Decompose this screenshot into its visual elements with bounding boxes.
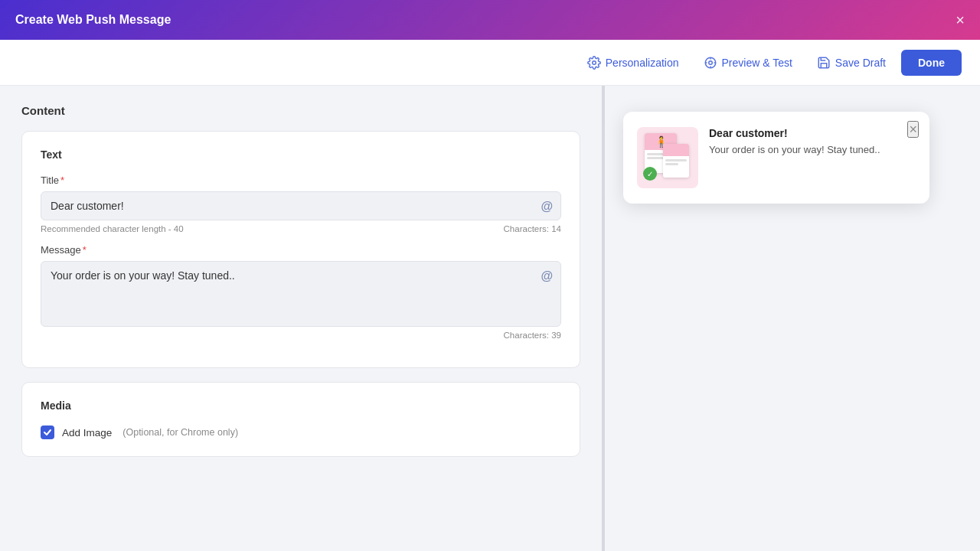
checkmark-icon <box>43 428 52 437</box>
svg-point-2 <box>708 60 712 64</box>
header-close-button[interactable]: × <box>956 12 965 28</box>
preview-test-button[interactable]: Preview & Test <box>694 50 802 76</box>
notification-message: Your order is on your way! Stay tuned.. <box>709 143 916 157</box>
title-chars: Characters: 14 <box>504 224 561 233</box>
save-icon <box>817 56 831 70</box>
main-layout: Content Text Title* @ Recommended charac… <box>0 86 980 551</box>
page-title: Create Web Push Message <box>15 13 171 27</box>
title-input-wrapper: @ <box>41 191 561 220</box>
add-image-checkbox[interactable] <box>41 425 54 439</box>
at-icon-message: @ <box>541 269 553 283</box>
preview-test-label: Preview & Test <box>722 57 792 69</box>
title-label: Title* <box>41 174 561 186</box>
message-meta: Characters: 39 <box>41 331 561 340</box>
message-chars: Characters: 39 <box>504 331 561 340</box>
notification-title: Dear customer! <box>709 127 916 139</box>
add-image-row: Add Image (Optional, for Chrome only) <box>41 425 561 439</box>
title-hint: Recommended character length - 40 <box>41 224 184 233</box>
notification-text: Dear customer! Your order is on your way… <box>709 127 916 157</box>
mini-card-2 <box>663 144 689 178</box>
message-label: Message* <box>41 244 561 256</box>
notification-image: 🧍 ✓ <box>637 127 698 188</box>
message-input-wrapper: Your order is on your way! Stay tuned.. … <box>41 261 561 327</box>
notification-preview-card: × 🧍 <box>623 112 929 204</box>
at-icon-title: @ <box>541 200 553 214</box>
gear-icon <box>587 56 601 70</box>
text-card-title: Text <box>41 148 561 161</box>
save-draft-label: Save Draft <box>835 57 886 69</box>
personalization-button[interactable]: Personalization <box>578 50 688 76</box>
content-heading: Content <box>21 104 580 117</box>
notification-close-button[interactable]: × <box>907 121 919 138</box>
preview-icon <box>704 56 717 70</box>
left-panel: Content Text Title* @ Recommended charac… <box>0 86 602 551</box>
mini-check-icon: ✓ <box>643 167 657 181</box>
toolbar: Personalization Preview & Test Save Draf… <box>0 40 980 86</box>
media-card: Media Add Image (Optional, for Chrome on… <box>21 382 580 457</box>
title-input[interactable] <box>41 192 560 220</box>
message-textarea[interactable]: Your order is on your way! Stay tuned.. <box>41 262 560 323</box>
right-panel: × 🧍 <box>605 86 980 551</box>
svg-point-0 <box>593 60 596 64</box>
add-image-optional: (Optional, for Chrome only) <box>122 427 238 438</box>
save-draft-button[interactable]: Save Draft <box>808 50 895 76</box>
add-image-label: Add Image <box>62 427 112 439</box>
header: Create Web Push Message × <box>0 0 980 40</box>
text-card: Text Title* @ Recommended character leng… <box>21 131 580 368</box>
media-card-title: Media <box>41 399 561 412</box>
personalization-label: Personalization <box>606 57 679 69</box>
title-meta: Recommended character length - 40 Charac… <box>41 224 561 233</box>
done-button[interactable]: Done <box>901 50 962 76</box>
